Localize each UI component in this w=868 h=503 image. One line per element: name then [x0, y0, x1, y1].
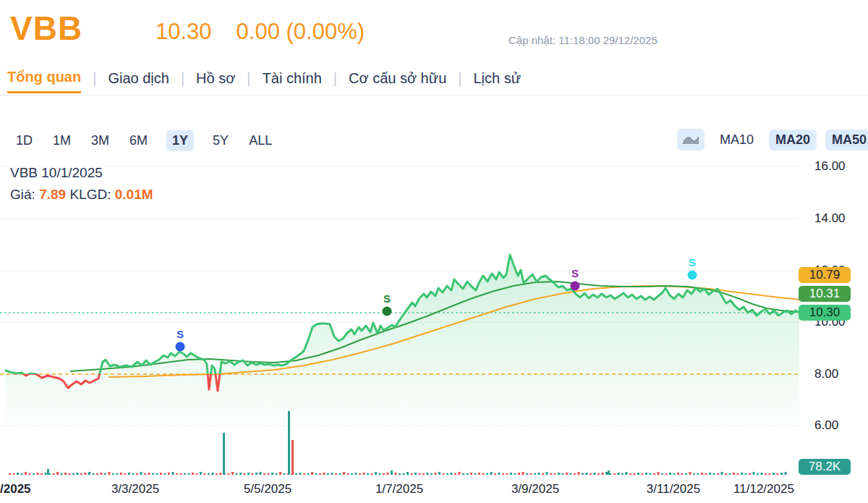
volume-bar [665, 473, 668, 475]
volume-bar [260, 472, 262, 475]
volume-bar [252, 473, 254, 475]
volume-bar [315, 473, 318, 475]
volume-bar [69, 473, 71, 475]
volume-bar [653, 473, 655, 475]
volume-bar [658, 472, 660, 475]
volume-bar [709, 473, 711, 475]
x-axis-label: /2025 [0, 482, 31, 496]
price-axis-badge: 10.79 [799, 267, 851, 283]
volume-bar [33, 473, 35, 475]
volume-bar [61, 473, 63, 475]
volume-bar [514, 473, 516, 475]
volume-bar [538, 473, 540, 475]
volume-bar [77, 473, 79, 475]
volume-bar [621, 473, 624, 475]
volume-bar [785, 472, 787, 475]
volume-bar [689, 472, 692, 475]
volume-bar [247, 473, 250, 475]
volume-axis-badge: 78.2K [799, 459, 851, 475]
volume-bar [208, 473, 210, 475]
volume-bar [470, 473, 472, 475]
volume-bar [765, 473, 767, 475]
volume-bar [359, 473, 361, 475]
volume-bar [128, 473, 130, 475]
price-area-fill [6, 255, 799, 434]
volume-bar [454, 473, 456, 475]
volume-bar-spike [223, 433, 225, 475]
volume-bar [443, 473, 445, 475]
volume-bar [295, 473, 297, 475]
volume-bar [363, 473, 365, 475]
volume-bar [80, 473, 82, 475]
volume-bar [586, 473, 588, 475]
x-axis-label: 1/7/2025 [375, 482, 423, 496]
volume-bar [347, 473, 349, 475]
volume-bar [255, 473, 258, 475]
volume-bar [268, 473, 270, 475]
volume-bar [176, 473, 178, 475]
volume-bar [554, 473, 556, 475]
volume-bar [446, 473, 448, 475]
volume-bar [602, 473, 604, 475]
volume-bar [112, 473, 114, 475]
volume-bar [204, 473, 206, 475]
volume-bar-spike [47, 469, 49, 475]
volume-bar [613, 473, 616, 475]
volume-bar [566, 473, 568, 475]
volume-bar [156, 473, 158, 475]
volume-bar [192, 473, 194, 475]
volume-bar [140, 472, 142, 475]
volume-bar [669, 473, 671, 475]
volume-bar [590, 473, 592, 475]
volume-bar [729, 473, 731, 475]
volume-bar [41, 473, 43, 475]
volume-bar [343, 472, 345, 475]
volume-bar [490, 472, 493, 475]
volume-bar [578, 472, 580, 475]
volume-bar [395, 473, 397, 475]
volume-bar [411, 473, 413, 475]
volume-bar [693, 473, 695, 475]
volume-bar [486, 473, 488, 475]
volume-bar [510, 473, 512, 475]
volume-bar [780, 473, 783, 475]
volume-bar [626, 472, 628, 475]
price-chart[interactable]: SSSS [0, 0, 868, 503]
volume-bar [462, 473, 464, 475]
volume-bar [375, 472, 377, 475]
y-axis-label: 16.00 [814, 159, 865, 174]
volume-bar [45, 473, 47, 475]
volume-bar [582, 473, 584, 475]
volume-bar [196, 473, 198, 475]
volume-bar [331, 473, 333, 475]
volume-bar [618, 473, 620, 475]
volume-bar [403, 473, 405, 475]
volume-bar [478, 473, 480, 475]
volume-bar [120, 473, 122, 475]
volume-bar [530, 473, 532, 475]
price-axis-badge: 10.30 [799, 305, 851, 321]
volume-bar [542, 473, 544, 475]
volume-bar [164, 473, 166, 475]
volume-bar [239, 473, 242, 475]
volume-bar [29, 473, 31, 475]
volume-bar [741, 473, 743, 475]
volume-bar-spike [292, 440, 294, 475]
volume-bar [387, 473, 389, 475]
volume-bar [327, 473, 329, 475]
volume-bar-spike [608, 470, 610, 475]
volume-bar [673, 473, 676, 475]
volume-bar [502, 473, 504, 475]
volume-bar [701, 473, 703, 475]
volume-bar [407, 472, 409, 475]
volume-bar [303, 473, 305, 475]
volume-bar [17, 473, 19, 475]
volume-bar [634, 473, 636, 475]
volume-bar [184, 473, 186, 475]
volume-bar [21, 473, 23, 475]
volume-bar [56, 472, 59, 475]
volume-bar [351, 473, 353, 475]
volume-bar [136, 473, 138, 475]
volume-bar [152, 473, 154, 475]
volume-bar [25, 472, 27, 475]
